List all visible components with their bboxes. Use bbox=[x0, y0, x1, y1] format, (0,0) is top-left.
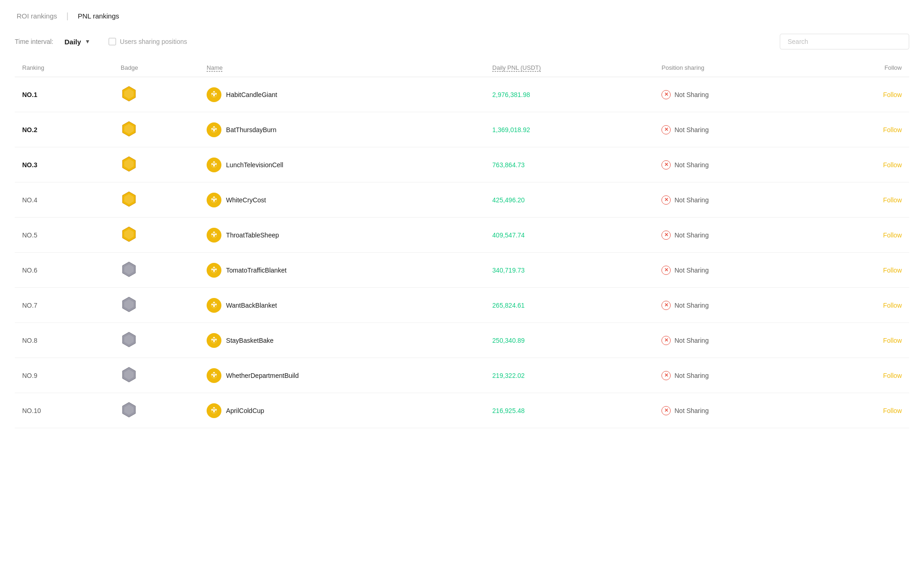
binance-icon bbox=[209, 160, 219, 170]
name-cell: HabitCandleGiant bbox=[199, 77, 485, 112]
name-cell: BatThursdayBurn bbox=[199, 112, 485, 147]
tab-pnl[interactable]: PNL rankings bbox=[76, 12, 121, 20]
position-cell: ✕ Not Sharing bbox=[661, 125, 812, 134]
user-avatar bbox=[207, 403, 221, 418]
position-sharing-cell: ✕ Not Sharing bbox=[654, 288, 820, 323]
binance-icon bbox=[209, 195, 219, 205]
user-name: HabitCandleGiant bbox=[226, 91, 277, 98]
binance-icon bbox=[209, 301, 219, 310]
badge-icon bbox=[121, 261, 137, 278]
col-header-ranking: Ranking bbox=[15, 59, 113, 77]
users-sharing-checkbox[interactable] bbox=[109, 38, 116, 45]
pnl-cell: 409,547.74 bbox=[485, 218, 654, 253]
user-avatar bbox=[207, 333, 221, 348]
rank-cell: NO.8 bbox=[15, 323, 113, 358]
follow-cell: Follow bbox=[820, 253, 909, 288]
pnl-cell: 216,925.48 bbox=[485, 393, 654, 428]
position-cell: ✕ Not Sharing bbox=[661, 195, 812, 205]
name-cell: WhetherDepartmentBuild bbox=[199, 358, 485, 393]
follow-button[interactable]: Follow bbox=[883, 126, 902, 134]
badge-icon bbox=[121, 366, 137, 383]
user-name: TomatoTrafficBlanket bbox=[226, 267, 287, 274]
follow-button[interactable]: Follow bbox=[883, 161, 902, 169]
follow-button[interactable]: Follow bbox=[883, 91, 902, 98]
pnl-cell: 763,864.73 bbox=[485, 147, 654, 182]
not-sharing-text: Not Sharing bbox=[674, 196, 709, 204]
pnl-cell: 219,322.02 bbox=[485, 358, 654, 393]
follow-cell: Follow bbox=[820, 393, 909, 428]
name-cell: LunchTelevisionCell bbox=[199, 147, 485, 182]
rank-cell: NO.7 bbox=[15, 288, 113, 323]
search-input[interactable] bbox=[780, 34, 909, 49]
user-avatar bbox=[207, 158, 221, 172]
not-sharing-text: Not Sharing bbox=[674, 372, 709, 379]
not-sharing-icon: ✕ bbox=[661, 301, 671, 310]
user-name: WhetherDepartmentBuild bbox=[226, 372, 299, 379]
follow-cell: Follow bbox=[820, 112, 909, 147]
follow-button[interactable]: Follow bbox=[883, 337, 902, 344]
position-cell: ✕ Not Sharing bbox=[661, 90, 812, 99]
badge-icon bbox=[121, 191, 137, 207]
user-avatar bbox=[207, 193, 221, 207]
position-cell: ✕ Not Sharing bbox=[661, 301, 812, 310]
name-cell: StayBasketBake bbox=[199, 323, 485, 358]
follow-button[interactable]: Follow bbox=[883, 267, 902, 274]
user-cell: ThroatTableSheep bbox=[207, 228, 477, 243]
pnl-cell: 340,719.73 bbox=[485, 253, 654, 288]
badge-cell bbox=[113, 393, 199, 428]
follow-cell: Follow bbox=[820, 182, 909, 218]
not-sharing-icon: ✕ bbox=[661, 195, 671, 205]
toolbar: Time interval: Daily ▼ Users sharing pos… bbox=[15, 34, 909, 49]
rankings-table: Ranking Badge Name Daily PNL (USDT) Posi… bbox=[15, 59, 909, 428]
table-row: NO.3 LunchTelevisionCell 763,864.73 ✕ No… bbox=[15, 147, 909, 182]
users-sharing-label: Users sharing positions bbox=[120, 38, 187, 45]
not-sharing-text: Not Sharing bbox=[674, 267, 709, 274]
not-sharing-text: Not Sharing bbox=[674, 302, 709, 309]
position-sharing-cell: ✕ Not Sharing bbox=[654, 358, 820, 393]
table-row: NO.6 TomatoTrafficBlanket 340,719.73 ✕ N… bbox=[15, 253, 909, 288]
users-sharing-checkbox-group: Users sharing positions bbox=[109, 38, 187, 45]
follow-button[interactable]: Follow bbox=[883, 407, 902, 414]
user-cell: AprilColdCup bbox=[207, 403, 477, 418]
follow-button[interactable]: Follow bbox=[883, 372, 902, 379]
time-interval-label: Time interval: bbox=[15, 38, 54, 45]
user-avatar bbox=[207, 263, 221, 278]
rank-cell: NO.6 bbox=[15, 253, 113, 288]
table-row: NO.4 WhiteCryCost 425,496.20 ✕ Not Shari… bbox=[15, 182, 909, 218]
not-sharing-text: Not Sharing bbox=[674, 337, 709, 344]
time-interval-select[interactable]: Daily ▼ bbox=[65, 38, 91, 46]
badge-icon bbox=[121, 85, 137, 102]
badge-cell bbox=[113, 288, 199, 323]
follow-cell: Follow bbox=[820, 218, 909, 253]
name-cell: ThroatTableSheep bbox=[199, 218, 485, 253]
tab-roi[interactable]: ROI rankings bbox=[15, 12, 59, 20]
binance-icon bbox=[209, 336, 219, 345]
badge-cell bbox=[113, 253, 199, 288]
rank-cell: NO.10 bbox=[15, 393, 113, 428]
name-cell: WantBackBlanket bbox=[199, 288, 485, 323]
follow-button[interactable]: Follow bbox=[883, 302, 902, 309]
binance-icon bbox=[209, 231, 219, 240]
not-sharing-text: Not Sharing bbox=[674, 126, 709, 134]
rank-cell: NO.3 bbox=[15, 147, 113, 182]
not-sharing-text: Not Sharing bbox=[674, 91, 709, 98]
user-cell: TomatoTrafficBlanket bbox=[207, 263, 477, 278]
position-cell: ✕ Not Sharing bbox=[661, 231, 812, 240]
user-avatar bbox=[207, 122, 221, 137]
table-row: NO.10 AprilColdCup 216,925.48 ✕ Not Shar… bbox=[15, 393, 909, 428]
badge-icon bbox=[121, 121, 137, 137]
follow-button[interactable]: Follow bbox=[883, 196, 902, 204]
position-sharing-cell: ✕ Not Sharing bbox=[654, 147, 820, 182]
badge-icon bbox=[121, 226, 137, 243]
badge-icon bbox=[121, 401, 137, 418]
user-name: StayBasketBake bbox=[226, 337, 274, 344]
badge-cell bbox=[113, 323, 199, 358]
col-header-follow: Follow bbox=[820, 59, 909, 77]
pnl-cell: 2,976,381.98 bbox=[485, 77, 654, 112]
name-cell: WhiteCryCost bbox=[199, 182, 485, 218]
binance-icon bbox=[209, 406, 219, 415]
position-sharing-cell: ✕ Not Sharing bbox=[654, 112, 820, 147]
not-sharing-icon: ✕ bbox=[661, 406, 671, 415]
badge-cell bbox=[113, 112, 199, 147]
follow-button[interactable]: Follow bbox=[883, 231, 902, 239]
